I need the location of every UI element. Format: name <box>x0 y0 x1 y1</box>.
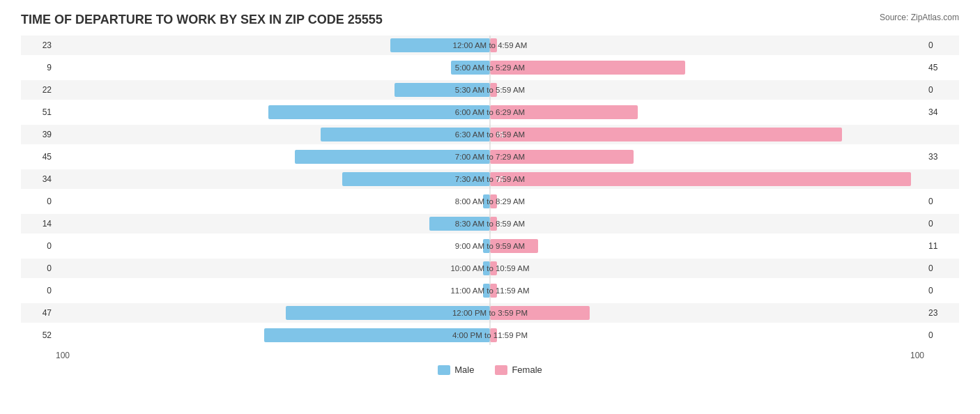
time-label: 8:30 AM to 8:59 AM <box>434 220 546 228</box>
male-bar-wrap <box>56 328 490 342</box>
female-bar-wrap <box>490 38 924 52</box>
male-bar-wrap <box>56 194 490 208</box>
female-value: 45 <box>924 63 959 72</box>
male-bar-wrap <box>56 217 490 231</box>
time-label: 6:00 AM to 6:29 AM <box>434 108 546 116</box>
female-value: 34 <box>924 107 959 117</box>
chart-legend: Male Female <box>21 365 959 375</box>
male-value: 52 <box>21 330 56 340</box>
time-label: 9:00 AM to 9:59 AM <box>434 242 546 250</box>
axis-right-label: 100 <box>910 351 924 360</box>
female-value: 11 <box>924 241 959 251</box>
female-bar-wrap <box>490 328 924 342</box>
time-label: 4:00 PM to 11:59 PM <box>434 331 546 339</box>
time-label: 10:00 AM to 10:59 AM <box>434 264 546 273</box>
female-value: 0 <box>924 197 959 206</box>
male-value: 0 <box>21 197 56 206</box>
female-value: 0 <box>924 330 959 340</box>
male-value: 22 <box>21 85 56 95</box>
male-value: 47 <box>21 308 56 318</box>
time-label: 7:30 AM to 7:59 AM <box>434 175 546 183</box>
male-value: 0 <box>21 286 56 296</box>
legend-female: Female <box>495 365 542 375</box>
male-bar-wrap <box>56 261 490 275</box>
female-value: 0 <box>924 263 959 273</box>
female-value: 33 <box>924 152 959 162</box>
legend-male: Male <box>438 365 474 375</box>
female-value: 23 <box>924 308 959 318</box>
male-value: 34 <box>21 174 56 184</box>
female-bar: 97 <box>490 172 911 186</box>
female-bar-wrap <box>490 150 924 164</box>
source-label: Source: ZipAtlas.com <box>880 13 959 22</box>
male-value: 9 <box>21 63 56 72</box>
time-label: 7:00 AM to 7:29 AM <box>434 153 546 161</box>
axis-left-label: 100 <box>56 351 70 360</box>
male-bar-wrap <box>56 105 490 119</box>
female-value: 0 <box>924 85 959 95</box>
time-label: 12:00 PM to 3:59 PM <box>434 309 546 317</box>
time-label: 6:30 AM to 6:59 AM <box>434 130 546 139</box>
chart-rows: 23 12:00 AM to 4:59 AM 0 9 5:00 AM to 5:… <box>21 36 959 345</box>
female-bar-wrap <box>490 306 924 320</box>
male-value: 23 <box>21 40 56 50</box>
bottom-axis: 100 100 <box>21 351 959 360</box>
female-value: 0 <box>924 286 959 296</box>
female-bar-wrap <box>490 217 924 231</box>
center-axis-line <box>490 36 491 345</box>
female-value: 0 <box>924 40 959 50</box>
male-bar-wrap <box>56 284 490 298</box>
male-bar-wrap <box>56 150 490 164</box>
male-bar-wrap <box>56 38 490 52</box>
female-bar-wrap <box>490 239 924 253</box>
female-bar-wrap <box>490 284 924 298</box>
male-value: 39 <box>21 130 56 139</box>
female-bar-wrap: 81 <box>490 128 924 141</box>
female-bar-wrap <box>490 83 924 97</box>
male-bar-wrap <box>56 61 490 75</box>
female-bar-wrap <box>490 194 924 208</box>
time-label: 8:00 AM to 8:29 AM <box>434 197 546 206</box>
male-value: 14 <box>21 219 56 229</box>
female-bar-wrap: 97 <box>490 172 924 186</box>
male-bar-wrap <box>56 172 490 186</box>
male-bar-wrap <box>56 239 490 253</box>
female-value: 0 <box>924 219 959 229</box>
male-value: 0 <box>21 241 56 251</box>
male-value: 0 <box>21 263 56 273</box>
time-label: 5:30 AM to 5:59 AM <box>434 86 546 94</box>
female-bar-wrap <box>490 105 924 119</box>
legend-male-label: Male <box>454 365 474 375</box>
male-value: 45 <box>21 152 56 162</box>
female-bar-wrap <box>490 261 924 275</box>
chart-title: TIME OF DEPARTURE TO WORK BY SEX IN ZIP … <box>21 13 959 27</box>
male-bar-wrap <box>56 128 490 141</box>
axis-labels: 100 100 <box>21 351 959 360</box>
time-label: 12:00 AM to 4:59 AM <box>434 41 546 49</box>
male-bar-wrap <box>56 83 490 97</box>
time-label: 11:00 AM to 11:59 AM <box>434 286 546 295</box>
male-bar-wrap <box>56 306 490 320</box>
legend-female-label: Female <box>512 365 542 375</box>
female-bar-wrap <box>490 61 924 75</box>
time-label: 5:00 AM to 5:29 AM <box>434 63 546 72</box>
male-value: 51 <box>21 107 56 117</box>
legend-male-box <box>438 365 450 375</box>
legend-female-box <box>495 365 507 375</box>
chart-container: TIME OF DEPARTURE TO WORK BY SEX IN ZIP … <box>0 0 980 414</box>
